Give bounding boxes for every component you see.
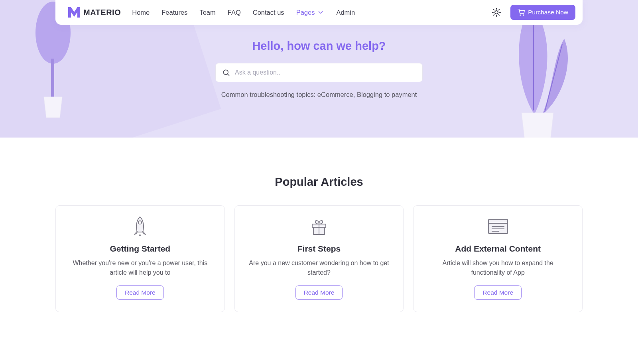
brand-logo[interactable]: MATERIO <box>68 7 121 18</box>
card-desc: Article will show you how to expand the … <box>425 258 571 277</box>
search-input[interactable] <box>235 69 416 76</box>
articles-section-title: Popular Articles <box>55 175 583 189</box>
theme-toggle[interactable] <box>489 5 504 20</box>
nav-features[interactable]: Features <box>161 9 187 16</box>
svg-rect-1 <box>51 59 54 98</box>
svg-point-4 <box>520 15 521 16</box>
nav-pages[interactable]: Pages <box>296 9 325 16</box>
logo-icon <box>68 7 80 18</box>
article-card-getting-started: Getting Started Whether you're new or yo… <box>55 205 225 312</box>
card-title: Getting Started <box>67 244 213 254</box>
search-icon <box>222 69 230 77</box>
svg-point-2 <box>223 70 228 75</box>
article-cards: Getting Started Whether you're new or yo… <box>55 205 583 312</box>
nav-home[interactable]: Home <box>132 9 150 16</box>
top-nav: MATERIO Home Features Team FAQ Contact u… <box>55 0 583 25</box>
read-more-button[interactable]: Read More <box>116 285 164 300</box>
hero-subtext: Common troubleshooting topics: eCommerce… <box>215 91 423 98</box>
document-icon <box>488 218 508 234</box>
card-desc: Are you a new customer wondering on how … <box>246 258 392 277</box>
svg-point-6 <box>138 221 142 224</box>
gift-icon <box>309 217 329 236</box>
nav-team[interactable]: Team <box>199 9 215 16</box>
read-more-button[interactable]: Read More <box>474 285 522 300</box>
card-title: First Steps <box>246 244 392 254</box>
brand-name: MATERIO <box>83 8 121 17</box>
article-card-first-steps: First Steps Are you a new customer wonde… <box>234 205 404 312</box>
read-more-button[interactable]: Read More <box>295 285 343 300</box>
nav-faq[interactable]: FAQ <box>228 9 241 16</box>
card-title: Add External Content <box>425 244 571 254</box>
hero-title: Hello, how can we help? <box>215 39 423 53</box>
popular-articles-section: Popular Articles Getting Started Whether… <box>0 138 638 328</box>
purchase-button-label: Purchase Now <box>528 9 568 16</box>
article-card-external-content: Add External Content Article will show y… <box>413 205 583 312</box>
purchase-button[interactable]: Purchase Now <box>510 5 575 20</box>
chevron-down-icon <box>317 9 324 16</box>
rocket-icon <box>131 216 149 237</box>
nav-contact-us[interactable]: Contact us <box>253 9 284 16</box>
svg-point-5 <box>523 15 524 16</box>
sun-icon <box>492 8 501 17</box>
main-nav: Home Features Team FAQ Contact us Pages … <box>132 9 355 16</box>
search-box[interactable] <box>215 63 423 82</box>
nav-admin[interactable]: Admin <box>336 9 355 16</box>
svg-point-3 <box>495 11 498 14</box>
svg-point-7 <box>139 234 141 236</box>
cart-icon <box>518 9 525 16</box>
card-desc: Whether you're new or you're a power use… <box>67 258 213 277</box>
nav-pages-label: Pages <box>296 9 315 16</box>
